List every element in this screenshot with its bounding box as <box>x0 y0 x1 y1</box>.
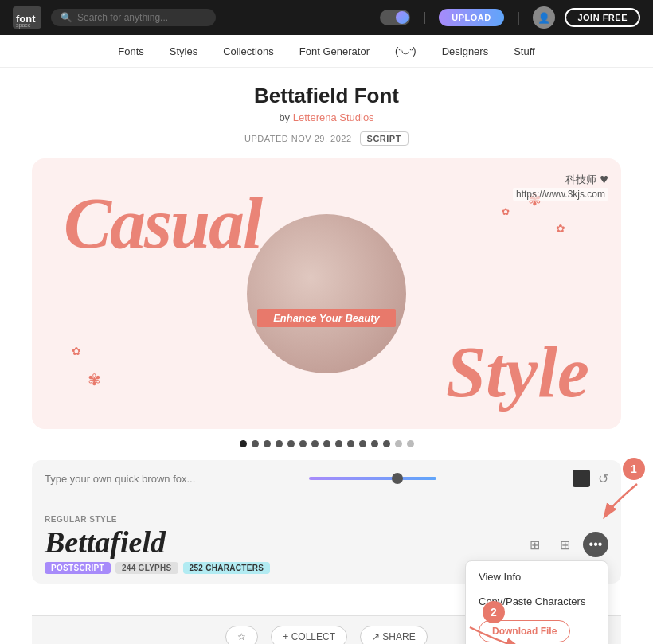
star-button[interactable]: ☆ <box>225 626 258 644</box>
dot-1[interactable] <box>240 440 247 447</box>
size-slider-track[interactable] <box>309 477 436 480</box>
updated-text: UPDATED NOV 29, 2022 <box>244 134 352 143</box>
dot-7[interactable] <box>311 440 319 447</box>
font-tags: POSTSCRIPT 244 GLYPHS 252 CHARACTERS <box>45 562 522 574</box>
upload-button[interactable]: UPLOAD <box>439 9 503 26</box>
circle-inner: Enhance Your Beauty <box>247 214 406 373</box>
dropdown-view-info[interactable]: View Info <box>466 564 608 589</box>
preview-dots <box>32 440 621 447</box>
svg-text:space: space <box>16 22 31 29</box>
refresh-icon[interactable]: ↺ <box>598 471 608 486</box>
dot-14[interactable] <box>395 440 402 447</box>
share-button[interactable]: ↗ SHARE <box>360 626 428 644</box>
size-slider-thumb[interactable] <box>392 473 403 484</box>
font-author: by Letterena Studios <box>32 111 621 123</box>
avatar[interactable]: 👤 <box>533 6 555 29</box>
logo-icon: font space <box>13 6 41 29</box>
dot-12[interactable] <box>371 440 378 447</box>
preview-inner: ✾ ✿ ✾ ✿ ✿ Casual Enhance Your Beauty Sty… <box>48 174 605 413</box>
theme-toggle[interactable] <box>380 10 410 25</box>
preview-text-style: Style <box>446 331 589 413</box>
more-wrap: ••• View Info Copy/Paste Characters Down… <box>583 532 608 557</box>
nav-stuff[interactable]: Stuff <box>514 45 535 57</box>
font-style-row: REGULAR STYLE Bettafield POSTSCRIPT 244 … <box>32 505 621 584</box>
collect-button[interactable]: + COLLECT <box>271 626 347 644</box>
star-icon: ☆ <box>237 631 246 642</box>
divider: | <box>517 10 521 26</box>
dropdown-menu: View Info Copy/Paste Characters Download… <box>465 560 608 644</box>
logo[interactable]: font space <box>13 6 41 29</box>
tag-postscript[interactable]: POSTSCRIPT <box>45 562 111 574</box>
nav-designers[interactable]: Designers <box>442 45 489 57</box>
dot-13[interactable] <box>383 440 390 447</box>
toggle-knob <box>396 11 409 24</box>
dot-11[interactable] <box>359 440 366 447</box>
dot-5[interactable] <box>287 440 295 447</box>
author-link[interactable]: Letterena Studios <box>293 111 374 123</box>
nav-font-generator[interactable]: Font Generator <box>299 45 370 57</box>
font-display-name: Bettafield <box>45 527 522 557</box>
style-left: REGULAR STYLE Bettafield POSTSCRIPT 244 … <box>45 515 522 574</box>
snowflake-4: ✿ <box>72 345 81 357</box>
dropdown-copy-paste[interactable]: Copy/Paste Characters <box>466 589 608 614</box>
nav-emoticon[interactable]: (˵◡˵) <box>395 45 416 57</box>
preview-circle: Enhance Your Beauty <box>247 214 406 373</box>
dot-3[interactable] <box>264 440 271 447</box>
callout-number-1: 1 <box>623 458 645 480</box>
dropdown-download-file[interactable]: Download File <box>466 614 608 644</box>
dot-8[interactable] <box>323 440 330 447</box>
font-meta: UPDATED NOV 29, 2022 SCRIPT <box>32 131 621 146</box>
font-tester: ↺ <box>32 460 621 505</box>
enhance-banner: Enhance Your Beauty <box>257 309 396 327</box>
dot-10[interactable] <box>347 440 354 447</box>
snowflake-2: ✿ <box>556 222 565 235</box>
dot-6[interactable] <box>299 440 307 447</box>
color-swatch[interactable] <box>573 470 590 487</box>
download-file-button[interactable]: Download File <box>479 620 570 642</box>
dot-15[interactable] <box>407 440 414 447</box>
font-preview: ✾ ✿ ✾ ✿ ✿ Casual Enhance Your Beauty Sty… <box>32 158 621 429</box>
snowflake-1: ✾ <box>528 190 542 209</box>
nav-fonts[interactable]: Fonts <box>118 45 144 57</box>
style-actions: ⊞ ⊞ ••• View Info Copy/Paste Characters … <box>522 532 608 557</box>
preview-text-casual: Casual <box>64 182 261 264</box>
script-tag[interactable]: SCRIPT <box>360 131 409 146</box>
search-input[interactable] <box>77 12 206 23</box>
size-slider-wrap <box>309 477 565 480</box>
dot-4[interactable] <box>276 440 283 447</box>
style-label: REGULAR STYLE <box>45 515 522 524</box>
tag-chars[interactable]: 252 CHARACTERS <box>183 562 271 574</box>
join-free-button[interactable]: JOIN FREE <box>565 8 640 27</box>
snowflake-5: ✿ <box>502 206 510 217</box>
more-button[interactable]: ••• <box>583 532 608 557</box>
snowflake-3: ✾ <box>88 370 101 389</box>
image-view-icon[interactable]: ⊞ <box>522 533 546 556</box>
dot-9[interactable] <box>335 440 342 447</box>
nav-collections[interactable]: Collections <box>223 45 274 57</box>
nav-styles[interactable]: Styles <box>170 45 197 57</box>
search-icon: 🔍 <box>61 12 72 23</box>
search-bar[interactable]: 🔍 <box>51 9 216 26</box>
font-title: Bettafield Font <box>32 84 621 108</box>
main-content: Bettafield Font by Letterena Studios UPD… <box>0 68 653 644</box>
tag-glyphs[interactable]: 244 GLYPHS <box>115 562 178 574</box>
header: font space 🔍 | UPLOAD | 👤 JOIN FREE <box>0 0 653 35</box>
dot-2[interactable] <box>252 440 259 447</box>
tester-top: ↺ <box>45 470 608 487</box>
grid-view-icon[interactable]: ⊞ <box>553 533 577 556</box>
nav-bar: Fonts Styles Collections Font Generator … <box>0 35 653 68</box>
tester-input[interactable] <box>45 473 301 485</box>
